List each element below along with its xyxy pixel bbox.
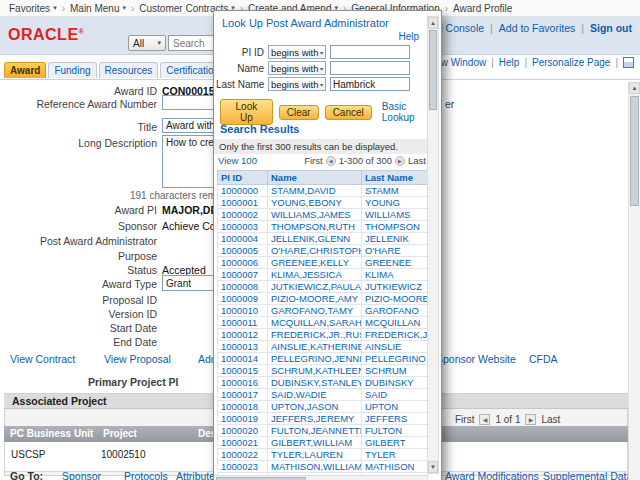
last-name-link[interactable]: MATHISON [365,461,414,472]
scrollbar-thumb[interactable] [429,30,437,110]
name-link[interactable]: PELLEGRINO,JENNIFER [271,353,362,364]
personalize-page-link[interactable]: Personalize Page [532,57,610,68]
name-link[interactable]: GREENEE,KELLY [271,257,349,268]
pi-id-link[interactable]: 1000006 [221,257,258,268]
pi-id-link[interactable]: 1000001 [221,197,258,208]
scroll-up-icon[interactable]: ▲ [629,82,640,94]
last-name-operator-select[interactable]: begins with ▾ [268,77,326,91]
pi-id-link[interactable]: 1000014 [221,353,258,364]
page-scrollbar[interactable]: ▲ [628,82,640,480]
scrollbar-thumb[interactable] [630,96,639,206]
last-name-link[interactable]: UPTON [365,401,398,412]
last-name-link[interactable]: SCHRUM [365,365,407,376]
name-link[interactable]: DUBINSKY,STANLEY [271,377,362,388]
page-layout-icon[interactable] [623,57,634,68]
pi-id-link[interactable]: 1000015 [221,365,258,376]
pi-id-link[interactable]: 1000012 [221,329,258,340]
name-link[interactable]: UPTON,JASON [271,401,338,412]
name-link[interactable]: JEFFERS,JEREMY [271,413,354,424]
pi-id-link[interactable]: 1000018 [221,401,258,412]
last-name-link[interactable]: O'HARE [365,245,401,256]
clear-button[interactable]: Clear [279,105,319,120]
name-link[interactable]: KLIMA,JESSICA [271,269,342,280]
name-link[interactable]: MATHISON,WILLIAM [271,461,362,472]
pi-id-link[interactable]: 1000004 [221,233,258,244]
sponsor-website-link[interactable]: Sponsor Website [436,353,516,365]
name-link[interactable]: JELLENIK,GLENN [271,233,350,244]
view-proposal-link[interactable]: View Proposal [104,353,171,365]
name-link[interactable]: GILBERT,WILLIAM [271,437,352,448]
name-link[interactable]: SCHRUM,KATHLEEN [271,365,362,376]
pi-id-link[interactable]: 1000002 [221,209,258,220]
name-link[interactable]: O'HARE,CHRISTOPHER [271,245,362,256]
scroll-down-icon[interactable]: ▼ [428,461,438,473]
name-link[interactable]: FULTON,JEANNETTE [271,425,362,436]
pi-id-link[interactable]: 1000008 [221,281,258,292]
breadcrumb-main-menu[interactable]: Main Menu▾ [67,3,129,14]
pi-id-link[interactable]: 1000011 [221,317,257,328]
pager-last-label[interactable]: Last [408,155,426,166]
goto-protocols-link[interactable]: Protocols [124,470,168,480]
pager-first-label[interactable]: First [304,155,322,166]
pi-id-link[interactable]: 1000019 [221,413,258,424]
last-name-link[interactable]: DUBINSKY [365,377,414,388]
name-input[interactable] [330,61,410,75]
help-link[interactable]: Help [499,57,520,68]
last-name-link[interactable]: GREENEE [365,257,411,268]
pi-id-link[interactable]: 1000022 [221,449,258,460]
modal-help-link[interactable]: Help [398,31,419,42]
last-name-link[interactable]: PIZIO-MOORE [365,293,428,304]
pager-first-label[interactable]: First [455,414,474,425]
goto-sponsor-link[interactable]: Sponsor [62,470,101,480]
name-link[interactable]: TYLER,LAUREN [271,449,343,460]
breadcrumb-favorites[interactable]: Favorites▾ [6,3,60,14]
column-header-project[interactable]: Project [103,428,137,439]
cancel-button[interactable]: Cancel [325,105,372,120]
name-link[interactable]: THOMPSON,RUTH [271,221,355,232]
modal-scrollbar[interactable]: ▲ ▼ [427,16,439,474]
last-name-link[interactable]: PELLEGRINO [365,353,426,364]
name-link[interactable]: WILLIAMS,JAMES [271,209,351,220]
pager-prev-icon[interactable]: ◀ [479,414,490,425]
pi-id-operator-select[interactable]: begins with ▾ [268,45,326,59]
last-name-column-header[interactable]: Last Name [365,172,413,183]
tab-funding[interactable]: Funding [48,62,96,78]
pi-id-link[interactable]: 1000023 [221,461,258,472]
view-100-link[interactable]: View 100 [218,155,257,166]
search-scope-select[interactable]: All▾ [128,35,166,51]
pager-next-icon[interactable]: ▶ [525,414,536,425]
cfda-link[interactable]: CFDA [529,353,558,365]
name-link[interactable]: AINSLIE,KATHERINE [271,341,362,352]
name-link[interactable]: STAMM,DAVID [271,185,336,196]
name-operator-select[interactable]: begins with ▾ [268,61,326,75]
name-link[interactable]: YOUNG,EBONY [271,197,342,208]
last-name-link[interactable]: FULTON [365,425,402,436]
last-name-link[interactable]: JUTKIEWICZ [365,281,422,292]
pi-id-link[interactable]: 1000007 [221,269,258,280]
pi-id-link[interactable]: 1000009 [221,293,258,304]
last-name-link[interactable]: THOMPSON [365,221,420,232]
pager-last-label[interactable]: Last [541,414,560,425]
name-link[interactable]: FREDERICK,JR.,RUSSELL [271,329,362,340]
pi-id-link[interactable]: 1000010 [221,305,258,316]
last-name-link[interactable]: TYLER [365,449,396,460]
add-to-favorites-link[interactable]: Add to Favorites [499,22,575,34]
goto-supplemental-data-link[interactable]: Supplemental Data [543,470,632,480]
pi-id-column-header[interactable]: PI ID [221,172,242,183]
pi-id-link[interactable]: 1000020 [221,425,258,436]
last-name-link[interactable]: SAID [365,389,387,400]
view-contract-link[interactable]: View Contract [10,353,75,365]
name-link[interactable]: PIZIO-MOORE,AMY [271,293,358,304]
tab-resources[interactable]: Resources [99,62,159,78]
pi-id-input[interactable] [330,45,410,59]
pi-id-link[interactable]: 1000003 [221,221,258,232]
pi-id-link[interactable]: 1000017 [221,389,258,400]
name-column-header[interactable]: Name [271,172,297,183]
pager-prev-icon[interactable]: ◀ [326,156,336,166]
pi-id-link[interactable]: 1000021 [221,437,258,448]
tab-award[interactable]: Award [4,62,46,78]
pager-next-icon[interactable]: ▶ [395,156,405,166]
pi-id-link[interactable]: 1000016 [221,377,258,388]
pi-id-link[interactable]: 1000000 [221,185,258,196]
last-name-link[interactable]: JEFFERS [365,413,407,424]
